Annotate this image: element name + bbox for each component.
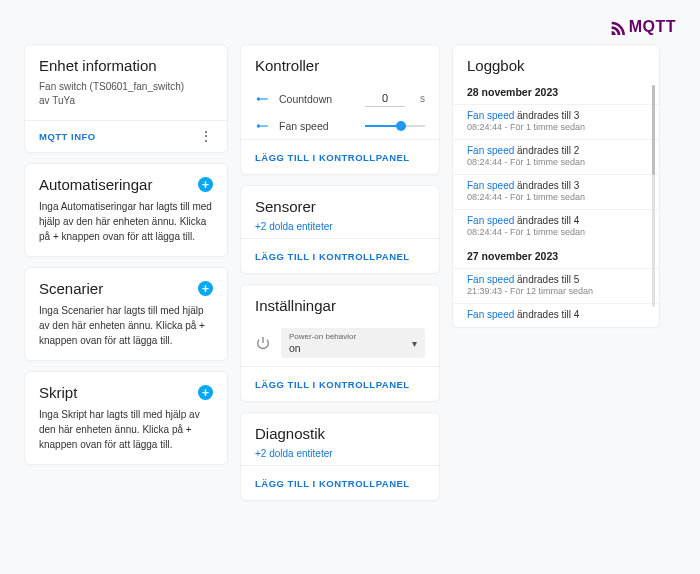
scrollbar[interactable] <box>652 85 655 307</box>
diagnostics-add-button[interactable]: LÄGG TILL I KONTROLLPANEL <box>255 478 410 489</box>
automations-body: Inga Automatiseringar har lagts till med… <box>39 199 213 244</box>
logbook-timestamp: 08:24:44 - För 1 timme sedan <box>467 157 645 167</box>
scripts-body: Inga Skript har lagts till med hjälp av … <box>39 407 213 452</box>
logbook-change-text: ändrades till 3 <box>514 110 579 121</box>
logbook-item[interactable]: Fan speed ändrades till 521:39:43 - För … <box>453 268 659 303</box>
logbook-date: 28 november 2023 <box>453 80 659 104</box>
logbook-entity-link[interactable]: Fan speed <box>467 309 514 320</box>
svg-rect-1 <box>260 98 268 99</box>
logbook-item[interactable]: Fan speed ändrades till 408:24:44 - För … <box>453 209 659 244</box>
logbook-item[interactable]: Fan speed ändrades till 308:24:44 - För … <box>453 104 659 139</box>
logbook-timestamp: 08:24:44 - För 1 timme sedan <box>467 227 645 237</box>
logbook-timestamp: 08:24:44 - För 1 timme sedan <box>467 122 645 132</box>
settings-add-button[interactable]: LÄGG TILL I KONTROLLPANEL <box>255 379 410 390</box>
power-on-behavior-select[interactable]: Power-on behavior on ▾ <box>281 328 425 358</box>
fan-speed-slider[interactable] <box>365 119 425 133</box>
settings-title: Inställningar <box>255 297 425 314</box>
power-icon <box>255 335 271 351</box>
logbook-card: Loggbok 28 november 2023Fan speed ändrad… <box>452 44 660 328</box>
countdown-input[interactable]: 0 <box>365 90 405 107</box>
logbook-timestamp: 21:39:43 - För 12 timmar sedan <box>467 286 645 296</box>
scenes-body: Inga Scenarier har lagts till med hjälp … <box>39 303 213 348</box>
scripts-title: Skript <box>39 384 77 401</box>
mqtt-info-button[interactable]: MQTT INFO <box>39 131 96 142</box>
logbook-entity-link[interactable]: Fan speed <box>467 180 514 191</box>
svg-point-2 <box>257 124 261 128</box>
scenes-title: Scenarier <box>39 280 103 297</box>
logbook-item[interactable]: Fan speed ändrades till 4 <box>453 303 659 327</box>
device-name: Fan switch (TS0601_fan_switch) <box>39 80 213 94</box>
logbook-title: Loggbok <box>453 45 659 80</box>
diagnostics-title: Diagnostik <box>255 425 425 442</box>
chevron-down-icon: ▾ <box>412 338 417 349</box>
logbook-entity-link[interactable]: Fan speed <box>467 145 514 156</box>
add-automation-icon[interactable]: + <box>198 177 213 192</box>
countdown-unit: s <box>415 93 425 104</box>
select-value: on <box>289 342 417 354</box>
diagnostics-hidden-button[interactable]: +2 dolda entiteter <box>255 448 425 459</box>
more-menu-icon[interactable]: ⋮ <box>199 133 213 140</box>
controls-add-button[interactable]: LÄGG TILL I KONTROLLPANEL <box>255 152 410 163</box>
sensors-add-button[interactable]: LÄGG TILL I KONTROLLPANEL <box>255 251 410 262</box>
scripts-card: Skript + Inga Skript har lagts till med … <box>24 371 228 465</box>
logbook-change-text: ändrades till 3 <box>514 180 579 191</box>
logbook-item[interactable]: Fan speed ändrades till 208:24:44 - För … <box>453 139 659 174</box>
logbook-change-text: ändrades till 4 <box>514 215 579 226</box>
countdown-icon <box>255 92 269 106</box>
controls-title: Kontroller <box>255 57 425 74</box>
brand-name: MQTT <box>629 18 676 36</box>
device-manufacturer: av TuYa <box>39 94 213 108</box>
logbook-change-text: ändrades till 2 <box>514 145 579 156</box>
logbook-date: 27 november 2023 <box>453 244 659 268</box>
fan-speed-icon <box>255 119 269 133</box>
add-scene-icon[interactable]: + <box>198 281 213 296</box>
sensors-card: Sensorer +2 dolda entiteter LÄGG TILL I … <box>240 185 440 274</box>
automations-card: Automatiseringar + Inga Automatiseringar… <box>24 163 228 257</box>
svg-point-0 <box>257 97 261 101</box>
device-info-title: Enhet information <box>39 57 213 74</box>
select-label: Power-on behavior <box>289 332 417 341</box>
logbook-entity-link[interactable]: Fan speed <box>467 110 514 121</box>
countdown-row: Countdown 0 s <box>241 84 439 113</box>
device-info-card: Enhet information Fan switch (TS0601_fan… <box>24 44 228 153</box>
svg-rect-3 <box>260 125 268 126</box>
fan-speed-row: Fan speed <box>241 113 439 139</box>
scenes-card: Scenarier + Inga Scenarier har lagts til… <box>24 267 228 361</box>
add-script-icon[interactable]: + <box>198 385 213 400</box>
automations-title: Automatiseringar <box>39 176 152 193</box>
logbook-change-text: ändrades till 5 <box>514 274 579 285</box>
fan-speed-label: Fan speed <box>279 120 355 132</box>
sensors-title: Sensorer <box>255 198 425 215</box>
controls-card: Kontroller Countdown 0 s Fan speed <box>240 44 440 175</box>
countdown-label: Countdown <box>279 93 355 105</box>
diagnostics-card: Diagnostik +2 dolda entiteter LÄGG TILL … <box>240 412 440 501</box>
mqtt-icon <box>609 19 625 35</box>
mqtt-logo: MQTT <box>609 18 676 36</box>
logbook-entity-link[interactable]: Fan speed <box>467 274 514 285</box>
logbook-item[interactable]: Fan speed ändrades till 308:24:44 - För … <box>453 174 659 209</box>
logbook-timestamp: 08:24:44 - För 1 timme sedan <box>467 192 645 202</box>
logbook-change-text: ändrades till 4 <box>514 309 579 320</box>
sensors-hidden-button[interactable]: +2 dolda entiteter <box>255 221 425 232</box>
settings-card: Inställningar Power-on behavior on ▾ LÄG… <box>240 284 440 402</box>
logbook-entity-link[interactable]: Fan speed <box>467 215 514 226</box>
